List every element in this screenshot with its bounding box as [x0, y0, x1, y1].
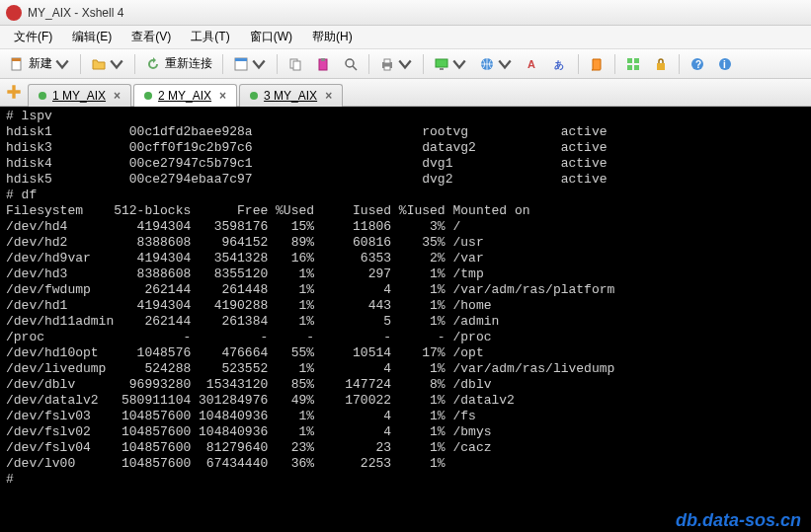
window-title: MY_AIX - Xshell 4	[28, 6, 123, 20]
script-button[interactable]	[584, 52, 609, 76]
svg-rect-1	[12, 58, 21, 61]
copy-icon	[287, 56, 303, 72]
close-icon[interactable]: ×	[114, 89, 121, 103]
encoding-button[interactable]: あ	[547, 52, 573, 76]
chevron-down-icon	[397, 56, 413, 72]
svg-text:i: i	[723, 59, 726, 70]
properties-button[interactable]	[228, 52, 272, 76]
chevron-down-icon	[109, 56, 124, 72]
svg-text:?: ?	[695, 59, 701, 70]
chevron-down-icon	[251, 56, 267, 72]
status-dot-icon	[144, 92, 152, 100]
tab-3[interactable]: 3 MY_AIX×	[239, 84, 343, 107]
app-icon	[6, 5, 22, 21]
globe-icon	[479, 56, 495, 72]
monitor-icon	[434, 56, 449, 72]
folder-icon	[91, 56, 107, 72]
lock-icon	[653, 56, 669, 72]
open-button[interactable]	[86, 52, 129, 76]
menu-view[interactable]: 查看(V)	[122, 26, 181, 48]
menu-help[interactable]: 帮助(H)	[302, 26, 363, 48]
svg-rect-11	[384, 59, 390, 63]
plus-icon	[4, 82, 24, 102]
tile-button[interactable]	[620, 52, 646, 76]
toolbar-separator	[277, 54, 278, 74]
lock-button[interactable]	[648, 52, 674, 76]
svg-line-9	[353, 66, 357, 70]
font-button[interactable]: A	[520, 52, 545, 76]
chevron-down-icon	[54, 56, 70, 72]
toolbar-separator	[80, 54, 81, 74]
reconnect-button[interactable]: 重新连接	[140, 52, 217, 76]
toolbar-separator	[222, 54, 223, 74]
svg-rect-21	[634, 65, 639, 70]
close-icon[interactable]: ×	[219, 89, 226, 103]
svg-rect-18	[627, 58, 632, 63]
status-dot-icon	[39, 92, 46, 100]
script-icon	[589, 56, 605, 72]
svg-rect-20	[627, 65, 632, 70]
tabbar: 1 MY_AIX×2 MY_AIX×3 MY_AIX×	[0, 79, 811, 107]
watermark: db.data-sos.cn	[676, 512, 801, 528]
svg-point-8	[346, 59, 354, 67]
printer-icon	[379, 56, 395, 72]
chevron-down-icon	[497, 56, 513, 72]
menu-window[interactable]: 窗口(W)	[240, 26, 302, 48]
info-icon: i	[717, 56, 733, 72]
svg-rect-3	[235, 58, 247, 61]
find-button[interactable]	[338, 52, 364, 76]
tab-label: 2 MY_AIX	[158, 89, 211, 103]
toolbar-separator	[134, 54, 135, 74]
titlebar: MY_AIX - Xshell 4	[0, 0, 811, 26]
copy-button[interactable]	[283, 52, 308, 76]
reconnect-label: 重新连接	[165, 55, 212, 72]
close-icon[interactable]: ×	[325, 89, 332, 103]
toolbar-separator	[679, 54, 680, 74]
print-button[interactable]	[374, 52, 418, 76]
chevron-down-icon	[451, 56, 467, 72]
session-button[interactable]	[429, 52, 472, 76]
tab-label: 1 MY_AIX	[52, 89, 106, 103]
svg-rect-12	[384, 66, 390, 70]
globe-button[interactable]	[474, 52, 518, 76]
svg-rect-22	[657, 63, 665, 70]
help-button[interactable]: ?	[685, 52, 710, 76]
tab-label: 3 MY_AIX	[264, 89, 317, 103]
svg-text:A: A	[527, 58, 535, 70]
svg-rect-19	[634, 58, 639, 63]
encoding-icon: あ	[552, 56, 568, 72]
terminal-output[interactable]: # lspv hdisk1 00c1dfd2baee928a rootvg ac…	[0, 107, 811, 532]
add-tab-button[interactable]	[4, 82, 24, 102]
menu-file[interactable]: 文件(F)	[4, 26, 62, 48]
new-label: 新建	[29, 55, 52, 72]
toolbar-separator	[614, 54, 615, 74]
grid-icon	[625, 56, 641, 72]
paste-button[interactable]	[310, 52, 336, 76]
new-button[interactable]: 新建	[4, 52, 75, 76]
toolbar: 新建 重新连接 A あ ? i	[0, 49, 811, 79]
refresh-icon	[145, 56, 161, 72]
menu-edit[interactable]: 编辑(E)	[62, 26, 122, 48]
menu-tool[interactable]: 工具(T)	[181, 26, 239, 48]
menubar: 文件(F) 编辑(E) 查看(V) 工具(T) 窗口(W) 帮助(H)	[0, 26, 811, 49]
svg-rect-7	[321, 58, 325, 61]
properties-icon	[233, 56, 249, 72]
toolbar-separator	[368, 54, 369, 74]
about-button[interactable]: i	[712, 52, 738, 76]
search-icon	[343, 56, 359, 72]
svg-rect-14	[440, 68, 444, 70]
tab-2[interactable]: 2 MY_AIX×	[133, 84, 237, 107]
svg-rect-13	[436, 59, 447, 67]
svg-text:あ: あ	[554, 59, 564, 70]
help-icon: ?	[689, 56, 705, 72]
tab-1[interactable]: 1 MY_AIX×	[28, 84, 131, 107]
status-dot-icon	[250, 92, 258, 100]
font-icon: A	[525, 56, 540, 72]
toolbar-separator	[578, 54, 579, 74]
toolbar-separator	[423, 54, 424, 74]
svg-rect-5	[293, 61, 300, 70]
paste-icon	[315, 56, 331, 72]
